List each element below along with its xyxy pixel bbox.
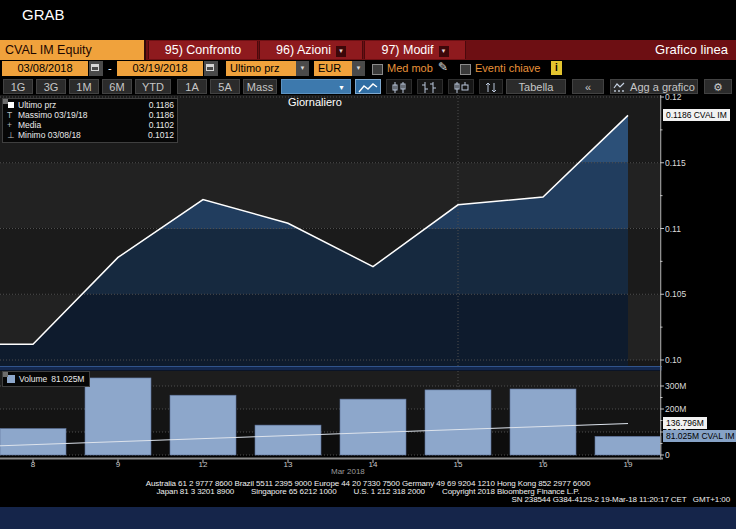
legend-row[interactable]: Ultimo prz0.1186 xyxy=(7,100,174,110)
price-field-select[interactable]: Ultimo prz xyxy=(226,61,296,76)
legend-row[interactable]: TMassimo 03/19/180.1186 xyxy=(7,110,174,120)
volume-y-tick: 300M xyxy=(665,381,686,391)
date-range-separator: - xyxy=(108,61,112,76)
chart-plus-icon xyxy=(613,82,627,93)
range-button-ytd[interactable]: YTD xyxy=(135,79,171,94)
calendar-from-button[interactable] xyxy=(89,61,103,76)
candlestick-icon xyxy=(389,81,409,94)
add-to-chart-button[interactable]: Agg a grafico xyxy=(610,79,698,94)
eventi-chiave-checkbox[interactable] xyxy=(460,64,471,75)
add-to-chart-label: Agg a grafico xyxy=(630,81,695,93)
x-axis-tick: 15 xyxy=(454,460,463,469)
menu-item-label: 95) Confronto xyxy=(165,43,241,57)
range-button-1m[interactable]: 1M xyxy=(69,79,99,94)
period-dropdown-label: Giornaliero xyxy=(288,96,342,108)
x-axis-tick: 13 xyxy=(284,460,293,469)
legend-label: Ultimo prz xyxy=(18,100,140,110)
pencil-icon[interactable]: ✎ xyxy=(438,60,448,74)
month-label: Mar 2018 xyxy=(331,467,365,476)
med-mob-label: Med mob xyxy=(387,62,433,74)
x-axis-tick: 19 xyxy=(624,460,633,469)
bloomberg-terminal-screen: GRAB CVAL IM Equity 95) Confronto 96) Az… xyxy=(0,0,736,529)
med-mob-checkbox[interactable] xyxy=(372,64,383,75)
range-button-3g[interactable]: 3G xyxy=(36,79,66,94)
legend-value: 0.1186 xyxy=(140,100,174,110)
window-title: GRAB xyxy=(22,6,65,23)
date-to-field[interactable]: 03/19/2018 xyxy=(117,61,203,76)
range-button-5a[interactable]: 5A xyxy=(210,79,240,94)
legend-label: Minimo 03/08/18 xyxy=(18,130,140,140)
currency-select[interactable]: EUR xyxy=(314,61,352,76)
calendar-icon xyxy=(91,64,99,71)
volume-legend[interactable]: Volume 81.025M xyxy=(2,371,90,387)
range-button-mass[interactable]: Mass xyxy=(243,79,277,94)
legend-row[interactable]: ⊥Minimo 03/08/180.1012 xyxy=(7,130,174,140)
last-price-flag: 0.1186 CVAL IM xyxy=(663,109,730,121)
line-chart-icon xyxy=(358,82,378,94)
price-y-tick: 0.105 xyxy=(665,289,686,299)
menu-item-label: 96) Azioni xyxy=(276,43,331,57)
legend-collapse-handle[interactable] xyxy=(3,99,8,104)
volume-legend-swatch xyxy=(7,375,15,383)
legend-swatch xyxy=(8,102,14,108)
candle-volume-icon xyxy=(451,81,471,94)
volume-legend-label: Volume xyxy=(19,374,47,384)
range-button-6m[interactable]: 6M xyxy=(102,79,132,94)
candlestick-type-button[interactable] xyxy=(386,79,412,94)
footer-session-line: SN 238544 G384-4129-2 19-Mar-18 11:20:17… xyxy=(0,495,736,504)
legend-collapse-handle[interactable] xyxy=(3,372,8,377)
menu-item-confronto[interactable]: 95) Confronto xyxy=(148,41,258,59)
range-button-1a[interactable]: 1A xyxy=(177,79,207,94)
ohlc-bars-icon xyxy=(420,81,440,94)
price-y-tick: 0.11 xyxy=(665,224,681,234)
x-axis-tick: 12 xyxy=(199,460,208,469)
x-axis-tick: 9 xyxy=(116,460,120,469)
legend-value: 0.1012 xyxy=(140,130,174,140)
volume-average-flag: 136.796M xyxy=(663,417,707,429)
menu-item-label: 97) Modif xyxy=(381,43,433,57)
legend-marker-glyph: ⊥ xyxy=(7,130,18,140)
period-dropdown[interactable]: ▼Giornaliero xyxy=(281,79,351,94)
settings-gear-button[interactable]: ⚙ xyxy=(704,79,732,94)
collapse-button[interactable]: « xyxy=(572,79,604,94)
x-axis-tick: 16 xyxy=(539,460,548,469)
info-badge[interactable]: i xyxy=(551,61,562,75)
volume-legend-value: 81.025M xyxy=(51,374,84,384)
chevron-down-icon: ▼ xyxy=(439,46,449,57)
menu-item-modif[interactable]: 97) Modif▼ xyxy=(364,41,466,59)
chevron-down-icon: ▼ xyxy=(336,46,346,57)
legend-row[interactable]: +Media0.1102 xyxy=(7,120,174,130)
line-chart-type-button[interactable] xyxy=(355,79,381,94)
calendar-to-button[interactable] xyxy=(204,61,218,76)
price-y-tick: 0.12 xyxy=(665,92,682,102)
table-button[interactable]: Tabella xyxy=(506,79,566,94)
legend-label: Media xyxy=(18,120,140,130)
price-y-tick: 0.115 xyxy=(665,158,686,168)
legend-marker-glyph: T xyxy=(7,110,18,120)
updown-arrows-icon xyxy=(482,81,500,94)
menu-item-azioni[interactable]: 96) Azioni▼ xyxy=(259,41,363,59)
date-from-field[interactable]: 03/08/2018 xyxy=(2,61,88,76)
calendar-icon xyxy=(206,64,214,71)
legend-value: 0.1102 xyxy=(140,120,174,130)
legend-label: Massimo 03/19/18 xyxy=(18,110,140,120)
price-legend[interactable]: Ultimo prz0.1186TMassimo 03/19/180.1186+… xyxy=(2,98,178,143)
x-axis-tick: 8 xyxy=(31,460,35,469)
ticker-field[interactable]: CVAL IM Equity xyxy=(0,40,146,60)
eventi-chiave-label: Eventi chiave xyxy=(475,62,540,74)
bottom-taskbar-strip xyxy=(0,507,736,529)
price-field-select-arrow[interactable]: ▼ xyxy=(296,61,309,76)
updown-arrows-type-button[interactable] xyxy=(479,79,503,94)
legend-marker-glyph: + xyxy=(7,120,18,130)
last-volume-flag: 81.025M CVAL IM xyxy=(663,430,736,442)
volume-y-tick: 0 xyxy=(665,450,670,460)
candle-volume-type-button[interactable] xyxy=(448,79,474,94)
chevron-down-icon: ▼ xyxy=(338,80,345,95)
price-y-tick: 0.10 xyxy=(665,355,682,365)
currency-select-arrow[interactable]: ▼ xyxy=(352,61,365,76)
ohlc-bars-type-button[interactable] xyxy=(417,79,443,94)
legend-value: 0.1186 xyxy=(140,110,174,120)
x-axis-tick: 14 xyxy=(369,460,378,469)
volume-y-tick: 200M xyxy=(665,404,686,414)
range-button-1g[interactable]: 1G xyxy=(3,79,33,94)
